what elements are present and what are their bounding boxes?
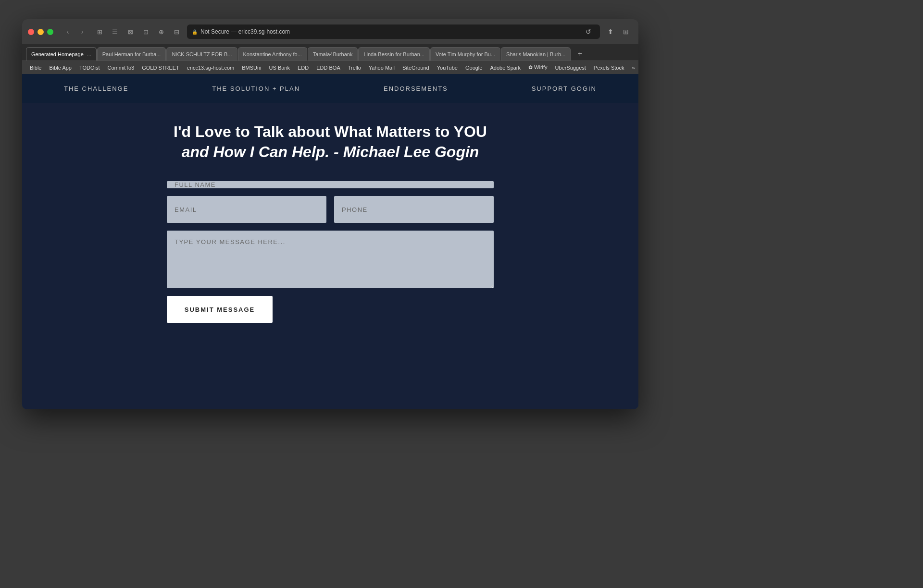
bookmark-yahoo-mail[interactable]: Yahoo Mail (365, 64, 399, 72)
nav-endorsements[interactable]: ENDORSEMENTS (384, 85, 448, 92)
nav-challenge[interactable]: THE CHALLENGE (64, 85, 128, 92)
bookmark-gold-street[interactable]: GOLD STREET (138, 64, 183, 72)
bookmark-wirify[interactable]: ✿ Wirify (524, 63, 551, 72)
bookmark-committo3[interactable]: CommitTo3 (104, 64, 138, 72)
message-textarea[interactable] (167, 231, 494, 288)
contact-heading: I'd Love to Talk about What Matters to Y… (174, 122, 487, 162)
maximize-button[interactable] (47, 29, 53, 35)
bookmark-bible-app[interactable]: Bible App (45, 64, 75, 72)
share-button[interactable]: ⬆ (604, 25, 617, 38)
email-input[interactable] (167, 196, 326, 223)
phone-input[interactable] (334, 196, 494, 223)
contact-heading-italic: and How I Can Help. - Michael Lee Gogin (182, 143, 479, 160)
reader-icon[interactable]: ⊡ (139, 25, 152, 38)
bookmark-edd-boa[interactable]: EDD BOA (312, 64, 344, 72)
contact-form: SUBMIT MESSAGE (167, 181, 494, 323)
bookmark-more[interactable]: » (628, 64, 638, 72)
forward-button[interactable]: › (75, 25, 89, 38)
tabs-bar: Generated Homepage -... Paul Herman for … (22, 44, 638, 61)
tab-sharis[interactable]: Sharis Manokian | Burb... (501, 47, 571, 61)
nav-solution[interactable]: THE SOLUTION + PLAN (212, 85, 300, 92)
extension-icon[interactable]: ⊕ (154, 25, 168, 38)
email-phone-row (167, 196, 494, 223)
submit-button[interactable]: SUBMIT MESSAGE (167, 296, 273, 323)
full-name-input[interactable] (167, 181, 494, 188)
reload-button[interactable]: ↺ (582, 25, 595, 38)
tab-konstantine[interactable]: Konstantine Anthony fo... (238, 47, 307, 61)
nav-support[interactable]: SUPPORT GOGIN (532, 85, 597, 92)
bookmark-siteground[interactable]: SiteGround (399, 64, 433, 72)
tab-tamala[interactable]: Tamala4Burbank (308, 47, 358, 61)
tab-icon[interactable]: ⊟ (170, 25, 183, 38)
bookmarks-bar: Bible Bible App TODOist CommitTo3 GOLD S… (22, 61, 638, 74)
tab-nick-schultz[interactable]: NICK SCHULTZ FOR B... (166, 47, 237, 61)
minimize-button[interactable] (37, 29, 44, 35)
address-text: Not Secure — ericc39.sg-host.com (200, 28, 290, 35)
bookmark-ericc13[interactable]: ericc13.sg-host.com (183, 64, 238, 72)
address-bar[interactable]: 🔒 Not Secure — ericc39.sg-host.com ↺ (187, 24, 600, 39)
bookmark-pexels[interactable]: Pexels Stock (590, 64, 628, 72)
toolbar-icons: ⊞ ☰ ⊠ ⊡ ⊕ ⊟ (93, 25, 183, 38)
tab-generated-homepage[interactable]: Generated Homepage -... (26, 47, 97, 61)
contact-heading-regular: I'd Love to Talk about What Matters to Y… (174, 123, 487, 140)
bookmark-list-icon[interactable]: ☰ (108, 25, 122, 38)
tab-linda[interactable]: Linda Bessin for Burban... (358, 47, 430, 61)
bookmark-edd[interactable]: EDD (294, 64, 312, 72)
bookmark-adobe-spark[interactable]: Adobe Spark (486, 64, 524, 72)
sidebar-icon[interactable]: ⊞ (93, 25, 106, 38)
bookmark-ubersuggest[interactable]: UberSuggest (551, 64, 590, 72)
new-tab-button[interactable]: + (573, 47, 586, 61)
site-nav: THE CHALLENGE THE SOLUTION + PLAN ENDORS… (22, 74, 638, 103)
add-bookmark-button[interactable]: ⊞ (619, 25, 633, 38)
bookmark-google[interactable]: Google (462, 64, 486, 72)
share-icon2[interactable]: ⊠ (124, 25, 137, 38)
contact-section: I'd Love to Talk about What Matters to Y… (22, 103, 638, 409)
traffic-lights (28, 29, 53, 35)
tab-vote-tim[interactable]: Vote Tim Murphy for Bu... (430, 47, 500, 61)
bookmark-youtube[interactable]: YouTube (433, 64, 462, 72)
bookmark-bmsuni[interactable]: BMSUni (238, 64, 265, 72)
close-button[interactable] (28, 29, 34, 35)
bookmark-trello[interactable]: Trello (344, 64, 365, 72)
lock-icon: 🔒 (192, 29, 198, 35)
browser-actions: ⬆ ⊞ (604, 25, 633, 38)
bookmark-bible[interactable]: Bible (26, 64, 45, 72)
back-button[interactable]: ‹ (61, 25, 75, 38)
nav-buttons: ‹ › (61, 25, 89, 38)
bookmark-us-bank[interactable]: US Bank (265, 64, 294, 72)
page-content: THE CHALLENGE THE SOLUTION + PLAN ENDORS… (22, 74, 638, 409)
tab-paul-herman[interactable]: Paul Herman for Burba... (97, 47, 166, 61)
title-bar: ‹ › ⊞ ☰ ⊠ ⊡ ⊕ ⊟ 🔒 Not Secure — ericc39.s… (22, 19, 638, 44)
bookmark-todoist[interactable]: TODOist (75, 64, 104, 72)
